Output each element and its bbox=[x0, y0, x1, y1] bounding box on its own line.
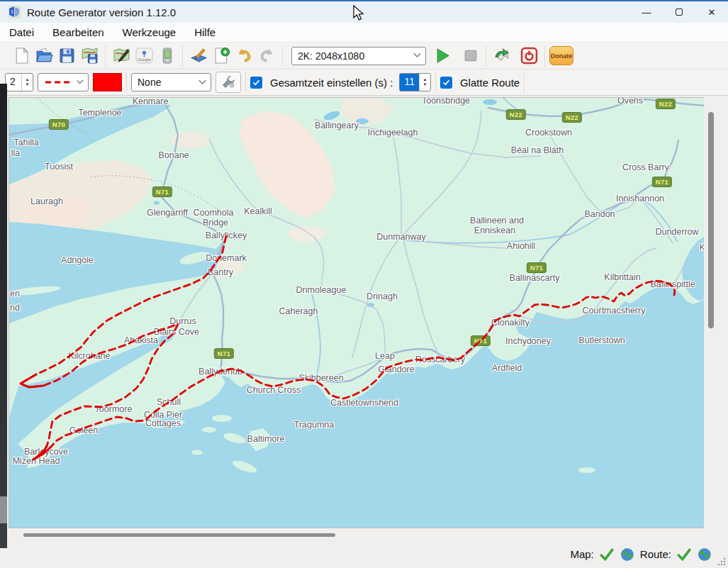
spin-down-icon: ▼ bbox=[422, 82, 427, 87]
google-maps-button[interactable]: Google bbox=[133, 45, 155, 67]
route-status-check-icon bbox=[676, 547, 692, 562]
map-labels-layer: KenmareTemplenoeTahillallaTuosistBonaneL… bbox=[9, 98, 704, 528]
map-status-check-icon bbox=[599, 547, 615, 562]
undo-icon bbox=[235, 47, 253, 65]
map-town-label: Innishannon bbox=[616, 194, 664, 204]
map-town-label: Glengarriff bbox=[147, 208, 188, 218]
menu-datei[interactable]: Datei bbox=[0, 26, 43, 38]
smooth-route-checkbox[interactable] bbox=[440, 77, 452, 89]
map-town-label: Ardfield bbox=[492, 363, 522, 373]
resize-grip[interactable] bbox=[717, 557, 726, 566]
total-time-value: 11 bbox=[400, 74, 419, 91]
donate-button[interactable]: Donate bbox=[549, 46, 573, 65]
road-badge: N71 bbox=[652, 177, 672, 187]
map-town-label: Leap bbox=[375, 351, 395, 361]
resolution-combobox[interactable]: 2K: 2048x1080 bbox=[291, 47, 426, 65]
minimize-button[interactable]: — bbox=[630, 1, 663, 23]
map-town-label: en bbox=[10, 289, 20, 299]
map-globe-button[interactable] bbox=[620, 547, 635, 562]
spin-down-icon: ▼ bbox=[26, 82, 30, 87]
horizontal-scrollbar[interactable] bbox=[0, 528, 728, 540]
new-file-button[interactable] bbox=[10, 45, 33, 67]
map-town-label: Bridge bbox=[203, 218, 228, 228]
map-town-label: Bonane bbox=[158, 150, 189, 160]
settings-button[interactable] bbox=[215, 72, 241, 93]
spinner-arrows[interactable]: ▲▼ bbox=[419, 74, 430, 91]
undo-button[interactable] bbox=[233, 45, 255, 67]
map-town-label: Kilbrittain bbox=[604, 272, 640, 282]
exit-button[interactable] bbox=[517, 45, 540, 67]
map-town-label: Kealkill bbox=[244, 206, 272, 216]
map-town-label: Mizen Head bbox=[13, 456, 60, 466]
export-arrows-icon bbox=[493, 47, 511, 65]
stop-button[interactable] bbox=[459, 45, 481, 67]
map-town-label: Courtmacsherry bbox=[583, 306, 646, 316]
edit-map-button[interactable] bbox=[110, 45, 133, 67]
maximize-button[interactable] bbox=[663, 1, 695, 23]
close-button[interactable]: ✕ bbox=[695, 1, 728, 23]
vertical-scrollbar-thumb[interactable] bbox=[708, 112, 714, 328]
play-button[interactable] bbox=[430, 45, 453, 67]
map-status-label: Map: bbox=[570, 548, 593, 560]
map-town-label: Tragumna bbox=[294, 420, 335, 430]
menu-werkzeuge[interactable]: Werkzeuge bbox=[113, 26, 186, 38]
line-width-spinner[interactable]: 2 ▲▼ bbox=[5, 73, 33, 91]
map-town-label: Ovens bbox=[617, 97, 643, 106]
map-canvas[interactable]: KenmareTemplenoeTahillallaTuosistBonaneL… bbox=[9, 97, 704, 528]
menu-hilfe[interactable]: Hilfe bbox=[185, 26, 225, 38]
save-map-button[interactable] bbox=[78, 45, 101, 67]
road-badge: N22 bbox=[656, 99, 676, 109]
open-file-button[interactable] bbox=[33, 45, 55, 67]
app-window: Route Generator version 1.12.0 — ✕ Datei… bbox=[0, 0, 728, 568]
chevron-down-icon bbox=[414, 50, 421, 57]
map-town-label: Ballinspittle bbox=[650, 279, 695, 289]
save-button[interactable] bbox=[55, 45, 78, 67]
map-town-label: Coomhola bbox=[194, 208, 234, 218]
map-town-label: Enniskean bbox=[474, 225, 515, 235]
horizontal-scrollbar-thumb[interactable] bbox=[23, 533, 335, 537]
map-town-label: Bantry bbox=[208, 267, 233, 277]
svg-text:Google: Google bbox=[138, 57, 151, 62]
map-town-label: Schull bbox=[157, 397, 181, 407]
map-town-label: nd bbox=[10, 303, 20, 313]
route-style-toolbar: 2 ▲▼ None bbox=[0, 69, 728, 96]
redo-button[interactable] bbox=[255, 45, 278, 67]
road-badge: N22 bbox=[506, 109, 526, 120]
open-folder-icon bbox=[35, 47, 53, 65]
mobile-phone-icon bbox=[158, 47, 176, 65]
map-town-label: Ahakista bbox=[124, 335, 158, 345]
total-time-checkbox[interactable] bbox=[250, 77, 262, 89]
map-town-label: Donemark bbox=[206, 253, 247, 263]
vertical-scrollbar[interactable] bbox=[704, 97, 718, 528]
map-town-label: Caheragh bbox=[279, 306, 318, 316]
line-style-preview bbox=[44, 79, 72, 86]
total-time-spinner[interactable]: 11 ▲▼ bbox=[399, 73, 431, 91]
overlay-combobox[interactable]: None bbox=[131, 73, 211, 91]
maximize-icon bbox=[676, 9, 683, 16]
map-town-label: Baltimore bbox=[247, 434, 285, 444]
map-town-label: Adrigole bbox=[61, 255, 94, 265]
line-style-combobox[interactable] bbox=[38, 73, 89, 91]
map-town-label: Church Cross bbox=[247, 385, 301, 395]
menu-bearbeiten[interactable]: Bearbeiten bbox=[43, 26, 113, 38]
draw-pen-icon bbox=[190, 47, 208, 65]
mobile-device-button[interactable] bbox=[155, 45, 178, 67]
total-time-label: Gesamtzeit einstellen (s) : bbox=[270, 77, 393, 89]
route-globe-button[interactable] bbox=[697, 547, 712, 562]
resolution-value: 2K: 2048x1080 bbox=[298, 50, 364, 62]
map-town-label: Toonsbridge bbox=[422, 97, 470, 106]
chevron-down-icon bbox=[199, 77, 206, 84]
draw-route-button[interactable] bbox=[187, 45, 210, 67]
play-icon bbox=[433, 47, 451, 65]
export-route-button[interactable] bbox=[491, 45, 513, 67]
road-badge: N70 bbox=[49, 119, 69, 130]
map-town-label: Barleycove bbox=[24, 447, 68, 457]
map-town-label: Durrus bbox=[169, 316, 196, 326]
road-badge: N71 bbox=[527, 262, 547, 273]
new-point-button[interactable] bbox=[210, 45, 233, 67]
wrench-icon bbox=[221, 75, 235, 89]
line-color-swatch[interactable] bbox=[93, 73, 122, 91]
map-town-label: Inchigeelagh bbox=[368, 128, 418, 138]
map-town-label: Ballydehob bbox=[198, 367, 242, 377]
spinner-arrows[interactable]: ▲▼ bbox=[21, 74, 33, 91]
